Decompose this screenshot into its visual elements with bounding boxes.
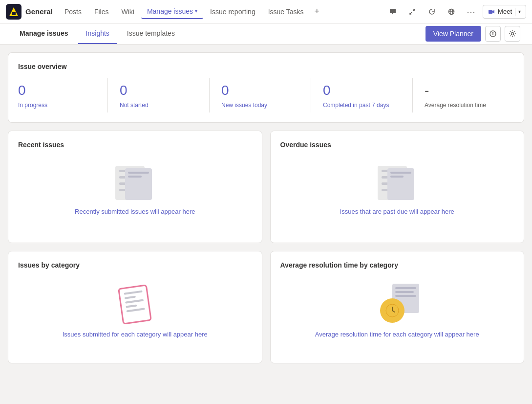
svg-point-8 — [493, 32, 493, 33]
nav-issue-reporting[interactable]: Issue reporting — [204, 5, 261, 19]
in-progress-label: In progress — [18, 102, 96, 109]
meet-label: Meet — [498, 8, 512, 15]
tab-manage-issues[interactable]: Manage issues — [12, 23, 76, 44]
main-content: Issue overview 0 In progress 0 Not start… — [0, 45, 532, 401]
avg-resolution-empty-text: Average resolution time for each categor… — [315, 331, 479, 338]
meet-button[interactable]: Meet ▾ — [483, 5, 526, 19]
issues-by-category-empty-state: Issues submitted for each category will … — [18, 269, 252, 353]
meet-divider — [515, 8, 515, 16]
issues-by-category-empty-text: Issues submitted for each category will … — [63, 331, 208, 338]
doc-icon-front — [125, 168, 152, 200]
clock-icon — [380, 298, 404, 323]
add-tab-button[interactable]: + — [311, 4, 324, 19]
recent-issues-empty-text: Recently submitted issues will appear he… — [75, 208, 195, 215]
not-started-label: Not started — [120, 102, 197, 109]
topbar: General Posts Files Wiki Manage issues ▾… — [0, 0, 532, 23]
new-today-label: New issues today — [221, 102, 299, 109]
category-icon — [118, 284, 152, 323]
completed-count: 0 — [323, 82, 401, 99]
recent-issues-card: Recent issues Recently submitted issues … — [8, 131, 262, 243]
avg-resolution-empty-state: Average resolution time for each categor… — [280, 269, 514, 353]
refresh-icon-button[interactable] — [424, 4, 440, 20]
nav-wiki[interactable]: Wiki — [115, 5, 140, 19]
svg-rect-1 — [12, 12, 16, 15]
in-progress-count: 0 — [18, 82, 96, 99]
issues-by-category-card: Issues by category Issues submitted for … — [8, 251, 262, 363]
nav-files[interactable]: Files — [88, 5, 115, 19]
avg-resolution-value: - — [425, 82, 502, 99]
topbar-right: ⋯ Meet ▾ — [385, 4, 526, 20]
overview-grid: 0 In progress 0 Not started 0 New issues… — [18, 78, 514, 112]
overview-completed: 0 Completed in past 7 days — [311, 78, 413, 112]
not-started-count: 0 — [120, 82, 197, 99]
completed-label: Completed in past 7 days — [323, 102, 401, 109]
tab-insights[interactable]: Insights — [78, 23, 117, 44]
avg-resolution-label: Average resolution time — [425, 102, 502, 109]
recent-issues-empty-state: Recently submitted issues will appear he… — [18, 149, 252, 233]
expand-icon-button[interactable] — [404, 4, 420, 20]
subheader: Manage issues Insights Issue templates V… — [0, 23, 532, 45]
new-today-count: 0 — [221, 82, 299, 99]
nav-posts[interactable]: Posts — [59, 5, 87, 19]
issue-overview-title: Issue overview — [18, 63, 514, 70]
tab-issue-templates[interactable]: Issue templates — [119, 23, 183, 44]
svg-point-9 — [511, 33, 514, 35]
issues-row-2: Issues by category Issues submitted for … — [8, 251, 524, 363]
globe-icon-button[interactable] — [444, 4, 459, 20]
issue-overview-card: Issue overview 0 In progress 0 Not start… — [8, 52, 524, 123]
chat-icon-button[interactable] — [385, 4, 401, 20]
view-planner-button[interactable]: View Planner — [426, 26, 481, 42]
avg-resolution-title: Average resolution time by category — [280, 261, 398, 269]
overdue-issues-title: Overdue issues — [280, 141, 331, 149]
doc-icon-front-overdue — [387, 168, 414, 200]
chevron-down-icon: ▾ — [195, 8, 197, 14]
issues-row-1: Recent issues Recently submitted issues … — [8, 131, 524, 243]
resolution-icon — [375, 284, 419, 323]
recent-issues-title: Recent issues — [18, 141, 64, 149]
svg-rect-5 — [489, 10, 492, 14]
avg-resolution-card: Average resolution time by category — [270, 251, 525, 363]
issues-by-category-title: Issues by category — [18, 261, 80, 269]
settings-icon-button[interactable] — [505, 26, 520, 42]
overdue-issues-card: Overdue issues Issues that are past due … — [270, 131, 525, 243]
recent-issues-icon — [115, 166, 154, 200]
top-nav: Posts Files Wiki Manage issues ▾ Issue r… — [59, 4, 381, 19]
nav-manage-issues[interactable]: Manage issues ▾ — [141, 4, 203, 19]
overview-new-today: 0 New issues today — [210, 78, 311, 112]
team-name: General — [25, 7, 53, 16]
category-doc — [118, 284, 152, 325]
more-icon-button[interactable]: ⋯ — [463, 4, 479, 20]
meet-dropdown-arrow[interactable]: ▾ — [518, 9, 521, 14]
overdue-issues-empty-text: Issues that are past due will appear her… — [340, 208, 454, 215]
app-logo — [6, 4, 21, 20]
subheader-right: View Planner — [426, 26, 520, 42]
nav-issue-tasks[interactable]: Issue Tasks — [262, 5, 310, 19]
overdue-issues-empty-state: Issues that are past due will appear her… — [280, 149, 514, 233]
overview-not-started: 0 Not started — [108, 78, 210, 112]
overview-avg-resolution: - Average resolution time — [413, 78, 514, 112]
info-icon-button[interactable] — [485, 26, 501, 42]
overdue-issues-icon — [378, 166, 417, 200]
overview-in-progress: 0 In progress — [18, 78, 108, 112]
